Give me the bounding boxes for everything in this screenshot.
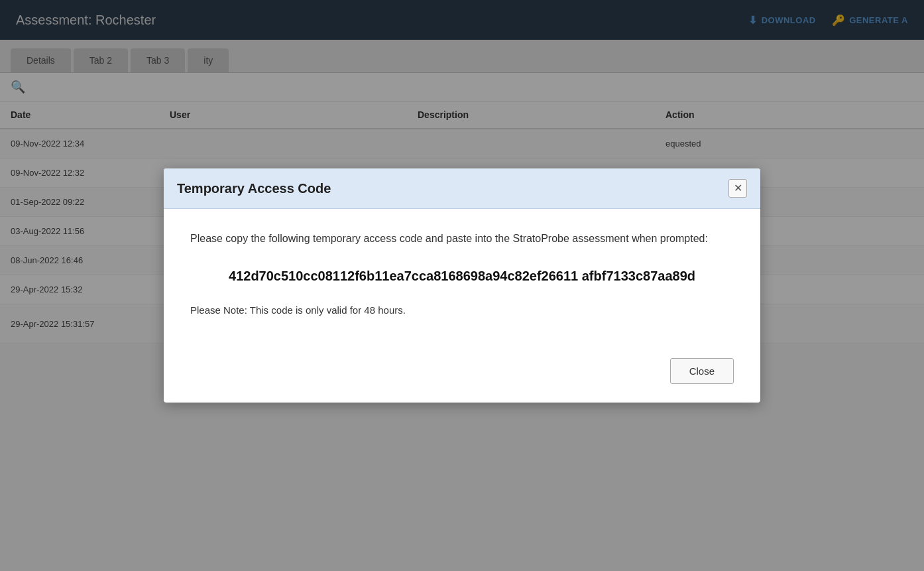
access-code-display: 412d70c510cc08112f6b11ea7cca8168698a94c8… (190, 266, 734, 286)
modal-close-x-button[interactable]: ✕ (728, 179, 747, 198)
page-background: Assessment: Rochester ⬇ DOWNLOAD 🔑 GENER… (0, 0, 924, 571)
modal-note: Please Note: This code is only valid for… (190, 304, 734, 316)
modal-footer: Close (164, 358, 760, 403)
modal-overlay: Temporary Access Code ✕ Please copy the … (0, 0, 924, 571)
modal-title: Temporary Access Code (177, 181, 331, 196)
modal-body: Please copy the following temporary acce… (164, 209, 760, 358)
temporary-access-code-modal: Temporary Access Code ✕ Please copy the … (164, 168, 760, 403)
modal-description: Please copy the following temporary acce… (190, 230, 734, 247)
modal-close-button[interactable]: Close (670, 358, 734, 384)
modal-header: Temporary Access Code ✕ (164, 168, 760, 209)
